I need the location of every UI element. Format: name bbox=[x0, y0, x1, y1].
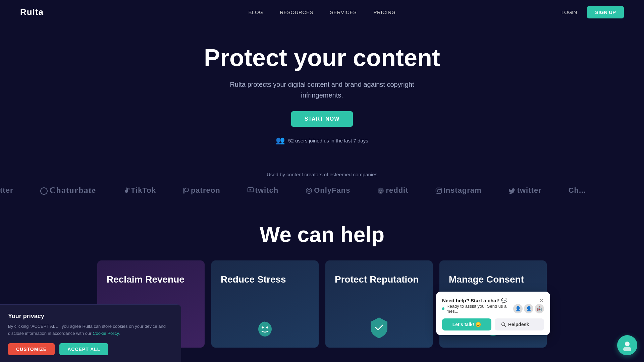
svg-point-7 bbox=[306, 188, 312, 194]
accept-all-button[interactable]: ACCEPT ALL bbox=[59, 343, 108, 355]
svg-point-1 bbox=[185, 188, 189, 192]
chat-help-button[interactable]: Helpdesk bbox=[495, 318, 544, 330]
svg-point-20 bbox=[266, 326, 268, 328]
card-protect-title: Protect Reputation bbox=[335, 274, 419, 285]
svg-point-8 bbox=[378, 188, 384, 194]
navbar: Rulta BLOG RESOURCES SERVICES PRICING LO… bbox=[0, 0, 644, 24]
hero-section: Protect your content Rulta protects your… bbox=[0, 24, 644, 152]
cookie-title: Your privacy bbox=[8, 313, 173, 320]
logo-patreon: patreon bbox=[183, 186, 220, 195]
hero-subtitle: Rulta protects your digital content and … bbox=[221, 79, 423, 101]
svg-point-22 bbox=[502, 323, 505, 326]
chat-avatar-1: 👤 bbox=[513, 304, 523, 313]
svg-point-6 bbox=[308, 190, 310, 192]
card-reduce-title: Reduce Stress bbox=[221, 274, 286, 285]
login-link[interactable]: LOGIN bbox=[561, 9, 577, 15]
card-manage-title: Manage Consent bbox=[449, 274, 524, 285]
floating-chat-avatar[interactable] bbox=[617, 335, 637, 355]
chat-widget: Need help? Start a chat! 💬 ✕ Ready to as… bbox=[436, 292, 550, 335]
nav-right: LOGIN SIGN UP bbox=[561, 6, 624, 18]
users-icon: 👥 bbox=[276, 136, 285, 145]
svg-point-10 bbox=[381, 190, 382, 191]
logo-twitter-partial: tter bbox=[0, 186, 13, 195]
cookie-banner: Your privacy By clicking "ACCEPT ALL", y… bbox=[0, 304, 181, 362]
chat-status-text: Ready to assist you! Send us a mes... bbox=[446, 304, 511, 314]
chat-status: Ready to assist you! Send us a mes... 👤 … bbox=[442, 304, 544, 314]
brand-logo[interactable]: Rulta bbox=[20, 7, 44, 17]
customize-button[interactable]: CUSTOMIZE bbox=[8, 343, 55, 355]
chat-help-label: Helpdesk bbox=[508, 322, 529, 327]
svg-point-25 bbox=[623, 347, 631, 351]
card-reduce-icon bbox=[252, 314, 278, 341]
cookie-text: By clicking "ACCEPT ALL", you agree Rult… bbox=[8, 323, 173, 337]
logo-reddit: reddit bbox=[377, 186, 408, 195]
card-reclaim-title: Reclaim Revenue bbox=[107, 274, 184, 285]
users-joined: 👥 52 users joined us in the last 7 days bbox=[7, 136, 637, 145]
svg-point-12 bbox=[437, 189, 440, 192]
chat-close-button[interactable]: ✕ bbox=[539, 298, 544, 304]
signup-button[interactable]: SIGN UP bbox=[587, 6, 624, 18]
nav-services[interactable]: SERVICES bbox=[330, 9, 357, 15]
card-protect-icon bbox=[366, 314, 392, 341]
chat-avatar-2: 👤 bbox=[524, 304, 533, 313]
svg-line-23 bbox=[504, 325, 506, 327]
chat-avatar-3: 🤖 bbox=[535, 304, 544, 313]
start-now-button[interactable]: START NOW bbox=[291, 111, 353, 127]
nav-blog[interactable]: BLOG bbox=[249, 9, 263, 15]
logo-chaturbate: Chaturbate bbox=[40, 185, 96, 195]
hero-title: Protect your content bbox=[7, 45, 637, 71]
chat-buttons: Let's talk! 😊 Helpdesk bbox=[442, 318, 544, 330]
help-title: We can help bbox=[20, 222, 624, 247]
card-protect: Protect Reputation bbox=[325, 260, 433, 348]
cookie-buttons: CUSTOMIZE ACCEPT ALL bbox=[8, 343, 173, 355]
companies-label: Used by content creators of esteemed com… bbox=[0, 172, 644, 177]
chat-talk-button[interactable]: Let's talk! 😊 bbox=[442, 318, 491, 330]
logo-ch-partial: Ch... bbox=[569, 186, 586, 195]
chat-header-row: Need help? Start a chat! 💬 ✕ bbox=[442, 298, 544, 304]
logos-row: tter Chaturbate TikTok patreon twitch On… bbox=[0, 185, 644, 202]
cookie-policy-link[interactable]: Cookie Policy. bbox=[93, 331, 120, 336]
svg-rect-2 bbox=[183, 188, 184, 194]
svg-point-24 bbox=[625, 342, 630, 346]
svg-point-19 bbox=[262, 326, 264, 328]
logo-tiktok: TikTok bbox=[123, 186, 156, 195]
chat-title: Need help? Start a chat! 💬 bbox=[442, 298, 507, 304]
svg-point-0 bbox=[41, 188, 47, 194]
svg-point-13 bbox=[440, 189, 440, 190]
nav-pricing[interactable]: PRICING bbox=[373, 9, 395, 15]
chat-avatars: 👤 👤 🤖 bbox=[513, 304, 544, 313]
nav-links: BLOG RESOURCES SERVICES PRICING bbox=[249, 9, 396, 15]
card-reduce: Reduce Stress bbox=[211, 260, 319, 348]
logo-onlyfans: OnlyFans bbox=[305, 186, 350, 195]
status-dot bbox=[442, 307, 444, 310]
svg-point-9 bbox=[379, 190, 380, 191]
logo-twitch: twitch bbox=[247, 186, 279, 195]
nav-resources[interactable]: RESOURCES bbox=[280, 9, 313, 15]
logo-twitter: twitter bbox=[508, 186, 542, 195]
search-icon bbox=[501, 322, 506, 327]
logo-instagram: Instagram bbox=[435, 186, 482, 195]
users-joined-text: 52 users joined us in the last 7 days bbox=[288, 138, 368, 143]
